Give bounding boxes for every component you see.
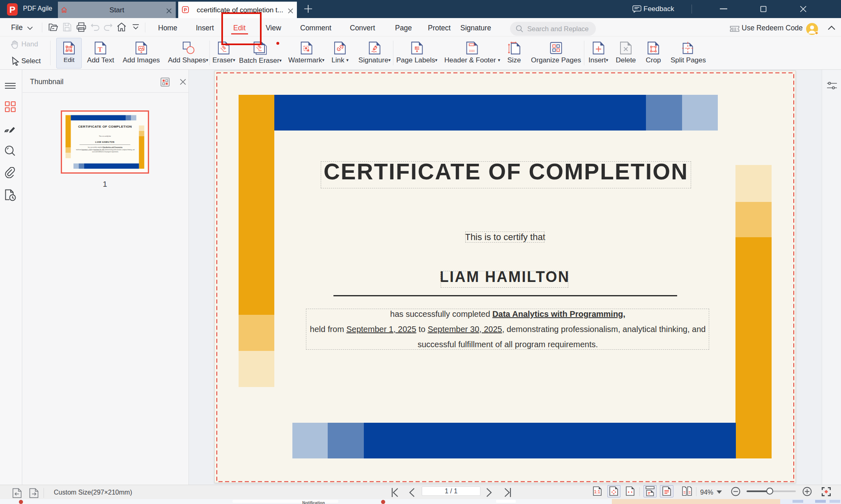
svg-text:P: P — [9, 5, 16, 15]
svg-text:1:1: 1:1 — [594, 490, 600, 494]
svg-text:T: T — [98, 46, 103, 53]
svg-text:P: P — [184, 7, 187, 12]
svg-text:#: # — [415, 46, 417, 50]
